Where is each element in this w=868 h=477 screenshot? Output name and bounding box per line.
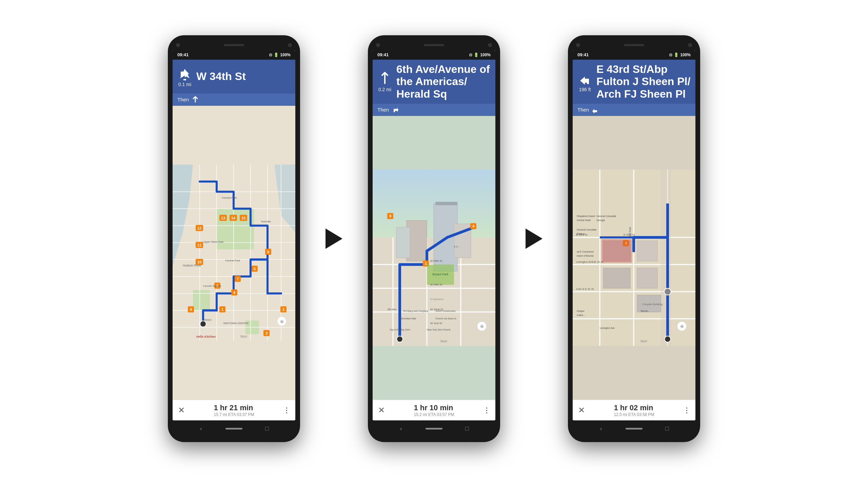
phone-1-speaker <box>224 44 244 46</box>
svg-text:Fitzpatrick Grand: Fitzpatrick Grand <box>577 215 595 218</box>
phone-2-battery: 100% <box>480 53 491 57</box>
phone-2-time: 09:41 <box>377 52 389 57</box>
svg-text:The W...: The W... <box>640 310 649 312</box>
phone-3-distance: 196 ft <box>579 87 591 92</box>
phone-3-status-right: ⊙ 🔋 100% <box>669 53 691 57</box>
phone-3-direction: 196 ft <box>577 71 592 92</box>
svg-point-83 <box>397 336 403 342</box>
phone-1-trip-time: 1 hr 21 min <box>214 403 254 412</box>
phone-1-time: 09:41 <box>177 52 189 57</box>
phone-1-camera-2 <box>288 43 292 47</box>
svg-text:12: 12 <box>197 226 201 230</box>
svg-rect-114 <box>637 268 657 288</box>
svg-text:Hells Kitchen: Hells Kitchen <box>196 335 216 338</box>
phone-3-street: E 43rd St/Abp Fulton J Sheen Pl/ Arch FJ… <box>596 63 691 100</box>
svg-text:MIDTOWN CENTER: MIDTOWN CENTER <box>223 321 249 324</box>
phone-1-direction: 0.1 mi <box>177 66 192 87</box>
phone-3-battery-icon: 🔋 <box>674 53 679 57</box>
svg-text:General Consulate: General Consulate <box>596 215 616 217</box>
phone-1-trip-info: 1 hr 21 min 15.7 mi ETA 03:37 PM <box>214 403 254 417</box>
phone-1: 09:41 ⊙ 🔋 100% 0.1 mi <box>168 35 300 442</box>
svg-text:5: 5 <box>254 266 256 271</box>
svg-rect-76 <box>396 227 410 258</box>
svg-text:Top of the Top Shirt: Top of the Top Shirt <box>390 329 410 331</box>
phone-2-trip-time: 1 hr 10 min <box>414 403 454 412</box>
phone-1-map[interactable]: 1 2 3 4 5 6 <box>173 106 295 400</box>
phone-3-status-bar: 09:41 ⊙ 🔋 100% <box>573 50 695 60</box>
phone-1-recents-btn[interactable]: □ <box>262 424 272 434</box>
svg-text:7: 7 <box>237 277 239 281</box>
svg-text:Upper West Side: Upper West Side <box>203 240 224 243</box>
phone-1-then-label: Then <box>177 97 189 102</box>
svg-point-51 <box>200 321 206 327</box>
arrow-2-shape <box>526 228 542 249</box>
phone-1-then-bar: Then <box>173 94 295 106</box>
phone-2-notch <box>373 40 495 50</box>
phone-3-map[interactable]: Chrysler Building 3 ⊕ here <box>573 116 695 400</box>
svg-rect-122 <box>601 239 632 263</box>
phone-3-speaker <box>624 44 644 46</box>
phone-3-recents-btn[interactable]: □ <box>662 424 672 434</box>
phone-3-trip-details: 12.5 mi ETA 03:58 PM <box>614 412 654 417</box>
arrow-1-shape <box>326 228 342 249</box>
svg-text:Lincoln Square: Lincoln Square <box>203 284 221 287</box>
svg-text:14: 14 <box>231 216 236 220</box>
phone-2-then-label: Then <box>377 107 389 113</box>
svg-text:Cathe...: Cathe... <box>577 314 585 316</box>
phone-1-more-button[interactable]: ⋮ <box>283 406 290 414</box>
phone-2-camera-2 <box>488 43 492 47</box>
svg-text:Chrysler Building: Chrysler Building <box>642 303 663 306</box>
phone-2-bottom-nav: ‹ □ <box>373 420 495 437</box>
phone-2-bottom-main: ✕ 1 hr 10 min 15.2 mi ETA 03:57 PM ⋮ <box>378 403 490 417</box>
svg-rect-73 <box>435 202 457 205</box>
svg-text:Clinton: Clinton <box>203 318 212 321</box>
svg-text:⊕: ⊕ <box>280 319 284 324</box>
phone-2-home-btn[interactable] <box>426 428 442 430</box>
phone-1-close-button[interactable]: ✕ <box>178 405 185 415</box>
phone-2-back-btn[interactable]: ‹ <box>396 424 406 434</box>
phone-3-bottom-bar: ✕ 1 hr 02 min 12.5 mi ETA 03:58 PM ⋮ <box>573 400 695 420</box>
phone-3-trip-info: 1 hr 02 min 12.5 mi ETA 03:58 PM <box>614 403 654 417</box>
phone-2-more-button[interactable]: ⋮ <box>483 406 490 414</box>
phone-3-camera <box>576 43 580 47</box>
svg-text:4: 4 <box>472 224 475 228</box>
phone-3: 09:41 ⊙ 🔋 100% 196 ft E 43rd St/Abp Fult… <box>568 35 700 442</box>
phone-2-map[interactable]: 1 4 8 Bryant Park ⊕ here <box>373 116 495 400</box>
phone-1-screen: 09:41 ⊙ 🔋 100% 0.1 mi <box>173 50 295 420</box>
svg-text:2: 2 <box>282 307 284 311</box>
svg-text:W 34th St: W 34th St <box>430 283 442 286</box>
svg-rect-112 <box>637 241 657 261</box>
svg-text:Hudson River: Hudson River <box>183 263 201 267</box>
phone-2-speaker <box>424 44 444 46</box>
phone-2-close-button[interactable]: ✕ <box>378 405 385 415</box>
phone-1-trip-details: 15.7 mi ETA 03:37 PM <box>214 412 254 417</box>
phone-2: 09:41 ⊙ 🔋 100% 0.2 mi 6th Ave/Avenue of … <box>368 35 500 442</box>
phone-1-home-btn[interactable] <box>225 428 242 430</box>
phone-2-battery-icon: 🔋 <box>474 53 479 57</box>
svg-text:E 43rd St: E 43rd St <box>624 233 635 236</box>
phone-3-home-btn[interactable] <box>626 428 643 430</box>
phone-2-map-svg: 1 4 8 Bryant Park ⊕ here <box>373 116 495 400</box>
phone-1-device: 09:41 ⊙ 🔋 100% 0.1 mi <box>168 35 300 442</box>
phone-1-battery: 100% <box>280 53 291 57</box>
phone-1-bottom-nav: ‹ □ <box>173 420 295 437</box>
svg-text:Lexington Ave: Lexington Ave <box>600 327 615 330</box>
phone-3-back-btn[interactable]: ‹ <box>596 424 606 434</box>
arrow-1 <box>320 228 348 249</box>
phone-3-more-button[interactable]: ⋮ <box>683 406 690 414</box>
svg-text:1: 1 <box>221 307 223 311</box>
svg-text:Jorich Construction: Jorich Construction <box>435 310 456 312</box>
phone-3-battery: 100% <box>680 53 691 57</box>
phone-3-close-button[interactable]: ✕ <box>578 405 585 415</box>
phone-1-bottom-main: ✕ 1 hr 21 min 15.7 mi ETA 03:37 PM ⋮ <box>178 403 290 417</box>
phone-3-camera-2 <box>688 43 692 47</box>
phone-1-back-btn[interactable]: ‹ <box>196 424 206 434</box>
svg-text:Lexington AVE/E 42 St: Lexington AVE/E 42 St <box>576 260 604 263</box>
svg-text:Bryant Park: Bryant Park <box>432 273 449 276</box>
svg-text:W 31st St: W 31st St <box>430 322 442 325</box>
svg-text:© Opentours: © Opentours <box>430 298 444 301</box>
svg-text:here: here <box>240 334 247 338</box>
svg-text:here: here <box>640 339 647 343</box>
svg-text:6: 6 <box>267 250 269 254</box>
phone-2-recents-btn[interactable]: □ <box>462 424 472 434</box>
